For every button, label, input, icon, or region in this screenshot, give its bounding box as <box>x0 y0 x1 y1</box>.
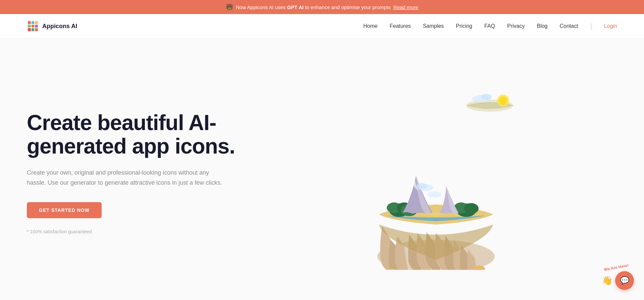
svg-point-4 <box>481 94 492 100</box>
nav-item-home[interactable]: Home <box>363 23 378 29</box>
nav-item-contact[interactable]: Contact <box>560 23 578 29</box>
satisfaction-text: * 100% satisfaction guaranteed <box>27 229 255 234</box>
nav-item-faq[interactable]: FAQ <box>484 23 495 29</box>
hero-subtitle: Create your own, original and profession… <box>27 168 228 188</box>
svg-point-22 <box>417 183 427 189</box>
chat-wave-emoji: 👋 <box>602 276 612 286</box>
logo-icon <box>27 20 39 32</box>
logo-cell <box>32 21 35 24</box>
logo-cell <box>28 21 31 24</box>
hero-section: Create beautiful AI-generated app icons.… <box>0 39 644 300</box>
banner-emoji: 🐻 <box>226 3 233 11</box>
logo-cell <box>32 25 35 28</box>
hero-content: Create beautiful AI-generated app icons.… <box>27 111 255 234</box>
chat-button[interactable]: 💬 <box>615 271 634 290</box>
nav-links: Home Features Samples Pricing FAQ Privac… <box>363 22 617 30</box>
banner-text: Now Appicons AI uses GPT AI to enhance a… <box>236 4 390 10</box>
top-banner: 🐻 Now Appicons AI uses GPT AI to enhance… <box>0 0 644 14</box>
banner-bold: GPT AI <box>287 4 304 10</box>
logo-cell <box>28 28 31 31</box>
cta-button[interactable]: GET STARTED NOW <box>27 202 102 218</box>
nav-item-pricing[interactable]: Pricing <box>456 23 472 29</box>
logo-cell <box>35 25 38 28</box>
nav-divider: | <box>590 22 592 30</box>
banner-read-more-link[interactable]: Read more <box>393 4 418 10</box>
nav-item-privacy[interactable]: Privacy <box>507 23 525 29</box>
logo-cell <box>35 21 38 24</box>
svg-point-2 <box>499 97 507 105</box>
svg-point-20 <box>464 203 479 214</box>
nav-item-blog[interactable]: Blog <box>537 23 547 29</box>
logo-cell <box>28 25 31 28</box>
nav-item-features[interactable]: Features <box>390 23 411 29</box>
logo-cell <box>35 28 38 31</box>
hero-title: Create beautiful AI-generated app icons. <box>27 111 255 158</box>
navbar: Appicons AI Home Features Samples Pricin… <box>0 14 644 39</box>
island-illustration <box>339 75 533 270</box>
logo-text: Appicons AI <box>42 23 77 30</box>
svg-point-5 <box>472 97 481 101</box>
chat-widget: We Are Here! 👋 💬 <box>602 265 634 290</box>
hero-image <box>255 75 617 270</box>
svg-point-23 <box>428 191 441 197</box>
logo-link[interactable]: Appicons AI <box>27 20 77 32</box>
logo-cell <box>32 28 35 31</box>
chat-message-icon: 💬 <box>620 276 629 285</box>
nav-item-samples[interactable]: Samples <box>423 23 444 29</box>
nav-login-link[interactable]: Login <box>604 23 617 29</box>
